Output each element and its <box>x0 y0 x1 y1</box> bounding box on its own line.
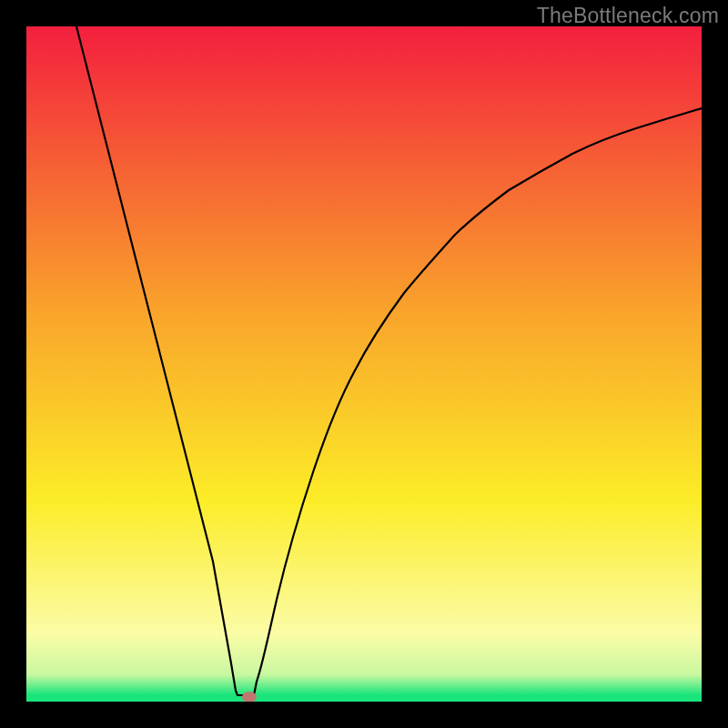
curve-layer <box>26 26 702 702</box>
plot-area <box>26 26 702 702</box>
bottleneck-curve <box>76 26 702 695</box>
outer-black-frame: TheBottleneck.com <box>0 0 728 728</box>
watermark-label: TheBottleneck.com <box>537 4 719 28</box>
